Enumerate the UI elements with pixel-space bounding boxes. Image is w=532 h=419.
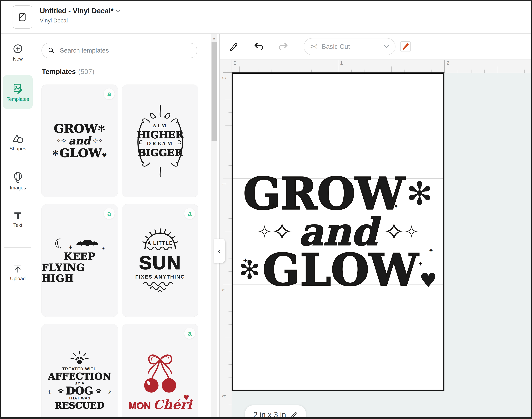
template-card-aim-higher-dream-bigger[interactable]: AIM HIGHER DREAM BIGGER [122,85,198,197]
search-field[interactable] [41,43,197,58]
flower-icon: ✻ [52,149,58,157]
partially-visible-element [315,417,444,419]
paw-burst-icon [68,350,91,367]
sidebar-item-upload[interactable]: Upload [1,263,35,281]
app-window: Untitled - Vinyl Decal* Vinyl Decal New [0,0,532,419]
decal-text: AFFECTION [48,371,111,381]
sidebar-divider [4,118,31,118]
header: Untitled - Vinyl Decal* Vinyl Decal [1,1,531,34]
shapes-icon [12,133,24,144]
sidebar-item-text[interactable]: Text [1,210,35,228]
edit-pencil-button[interactable] [229,42,238,52]
operation-label: Basic Cut [322,43,380,50]
upload-icon [12,263,24,274]
sun-rays-icon [139,227,182,253]
moon-icon: ☾ [53,236,68,252]
project-document-button[interactable] [13,5,32,28]
template-preview: MON Chéri ♥ [122,324,198,417]
ruler-ticks [220,60,531,73]
operation-dropdown[interactable]: ✂ Basic Cut [304,38,395,55]
paw-icon [95,388,102,394]
horizontal-ruler: 0 1 2 [220,60,531,73]
color-swatch-button[interactable] [400,41,411,52]
canvas-design-grow-and-glow[interactable]: GROW✻ ✧✧and✧✧ ✻GLOW♥ ✦ ✦ ✦ ✦ ✦ [233,175,443,288]
ruler-label: 2 [446,60,449,66]
sidebar-item-label: New [13,56,23,62]
template-card-keep-flying-high[interactable]: a ☾ ✦ ✦ KEEP FLYING HIGH [41,204,118,317]
search-icon [48,47,55,54]
sparkle-icon: ✧ [92,137,98,144]
sidebar-item-shapes[interactable]: Shapes [1,133,35,152]
scrollbar-thumb[interactable] [211,42,217,141]
canvas-area: ✂ Basic Cut 0 1 2 0 1 2 3 [220,34,531,417]
ruler-label: 2 [221,287,228,293]
toolbar-divider [296,41,296,52]
sparkle-icon: ✦ [68,244,73,251]
search-input[interactable] [60,47,191,54]
templates-count: (507) [78,68,94,76]
decal-text: MON [129,400,151,411]
ruler-label: 1 [221,181,228,187]
template-card-grow-and-glow[interactable]: a GROW✻ ✧✧and✧✧ ✻GLOW♥ [41,85,118,197]
template-card-a-little-sun[interactable]: a [122,204,198,317]
ruler-label: 3 [221,393,228,400]
flower-icon: ✻ [239,257,260,283]
sidebar-item-label: Upload [10,276,26,281]
decal-text: and [298,215,378,249]
panel-collapse-button[interactable]: ‹ [214,239,225,263]
toolbar-divider [246,41,246,52]
sidebar-item-label: Text [13,223,22,228]
decal-text: THAT WAS [68,396,91,400]
undo-button[interactable] [254,42,265,51]
title-chevron-down-icon[interactable] [116,10,120,12]
decal-text: A LITTLE [139,240,182,246]
template-card-mon-cheri[interactable]: a [122,324,198,417]
chevron-down-icon [384,45,389,48]
decal-text: FIXES ANYTHING [135,274,185,280]
ruler-label: 1 [340,60,343,66]
decal-text: KEEP [64,251,95,262]
hot-air-balloon-icon [12,171,24,183]
decal-text: HIGHER [137,129,183,141]
redo-button[interactable] [277,42,288,51]
sparkle-icon: ✳ [47,389,52,395]
sidebar-item-templates[interactable]: Templates [3,75,33,109]
sidebar: New Templates Shapes [1,34,35,417]
project-subtitle: Vinyl Decal [40,17,68,24]
sparkle-icon: ✧ [57,138,61,143]
heart-icon: ♥ [183,393,189,402]
panel-heading: Templates(507) [42,68,94,76]
heart-icon: ♥ [102,153,107,158]
template-preview: TREATED WITH AFFECTION BY A DOG THAT WAS… [41,324,118,417]
sparkle-icon: ✧ [271,219,293,245]
sparkle-icon: ✧ [383,219,405,245]
sparkle-icon: ✧ [98,138,102,143]
sparkle-icon: ✧ [405,224,418,240]
decal-text: GROW [243,172,404,216]
decal-text: GLOW [263,248,418,292]
scrollbar-up-arrow[interactable]: ▲ [211,34,217,42]
sparkle-icon: ✦ [428,247,434,254]
template-preview: GROW✻ ✧✧and✧✧ ✻GLOW♥ [41,85,118,197]
artboard-size-button[interactable]: 2 in x 3 in [245,406,306,419]
sparkle-icon: ✦ [270,201,277,210]
document-icon [17,12,28,23]
sparkle-icon: ✦ [243,257,248,264]
sidebar-item-label: Images [10,185,26,191]
template-preview: A LITTLE SUN FIXES ANYTHING [122,204,198,317]
waves-icon [141,280,180,294]
templates-panel: Templates(507) a GROW✻ ✧✧and✧✧ ✻GLOW♥ [35,34,220,417]
decal-text: SUN [139,253,181,272]
sidebar-item-new[interactable]: New [1,43,35,62]
template-card-dog-rescued[interactable]: TREATED WITH AFFECTION BY A DOG THAT WAS… [41,324,118,417]
flower-icon: ✻ [406,178,433,210]
bow-cherries-icon [139,349,182,400]
ruler-label: 0 [234,60,236,66]
decal-text: DREAM [147,141,173,147]
sidebar-divider [4,247,31,248]
sparkle-icon: ✦ [418,260,423,267]
decal-text: BIGGER [138,147,182,159]
bat-icon [75,238,100,251]
chevron-left-icon: ‹ [218,246,221,256]
sidebar-item-images[interactable]: Images [1,171,35,191]
